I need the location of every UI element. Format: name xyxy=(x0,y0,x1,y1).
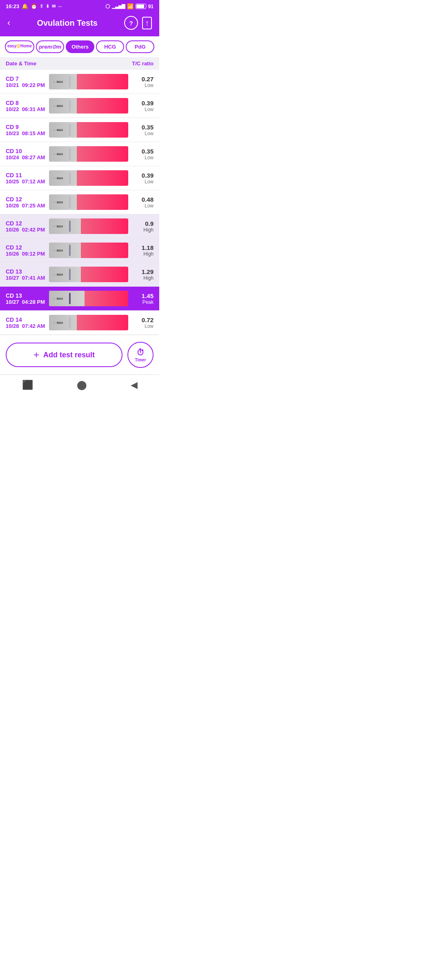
app-header: ‹ Ovulation Tests ? ↑ xyxy=(0,12,159,36)
ratio-col: 0.27 Low xyxy=(132,76,154,88)
tab-easy-home[interactable]: easy@Home xyxy=(5,40,34,53)
test-strip: ← MAX xyxy=(49,218,128,234)
ratio-value: 1.29 xyxy=(132,268,154,275)
test-row[interactable]: CD 9 10/23 08:15 AM ← MAX 0.35 Low xyxy=(0,118,159,142)
ratio-status: Low xyxy=(132,82,154,88)
cd-label: CD 11 xyxy=(6,172,45,178)
ratio-value: 1.45 xyxy=(132,292,154,299)
date-col: CD 9 10/23 08:15 AM xyxy=(6,124,45,136)
cd-label: CD 10 xyxy=(6,148,45,154)
date-col: CD 10 10/24 08:27 AM xyxy=(6,148,45,160)
date-col: CD 7 10/21 09:22 PM xyxy=(6,76,45,88)
ratio-status: High xyxy=(132,227,154,233)
ratio-value: 0.39 xyxy=(132,100,154,107)
test-row[interactable]: CD 10 10/24 08:27 AM ← MAX 0.35 Low xyxy=(0,142,159,166)
ratio-col: 0.35 Low xyxy=(132,124,154,136)
date-time: 10/23 08:15 AM xyxy=(6,130,45,136)
nav-back-icon[interactable]: ◀ xyxy=(131,380,138,390)
test-row[interactable]: CD 12 10/26 09:12 PM ← MAX 1.18 High xyxy=(0,238,159,263)
cd-label: CD 13 xyxy=(6,268,45,275)
ratio-value: 0.39 xyxy=(132,172,154,179)
ratio-status: High xyxy=(132,275,154,281)
status-left: 16:23 🔔 ⏰ ⇧ ⬇ ✉ ··· xyxy=(6,3,62,9)
status-right: ⬡ ▁▃▅▇ 📶 91 xyxy=(105,3,154,9)
nav-square-icon[interactable]: ⬛ xyxy=(22,380,33,390)
tab-bar: easy@Home prem⊙m Others HCG PdG xyxy=(0,36,159,57)
date-time: 10/26 07:25 AM xyxy=(6,203,45,209)
date-col: CD 13 10/27 04:28 PM xyxy=(6,292,45,305)
test-strip: ← MAX xyxy=(49,170,128,186)
test-results-list: CD 7 10/21 09:22 PM ← MAX 0.27 Low CD 8 … xyxy=(0,70,159,335)
test-row[interactable]: CD 12 10/26 02:42 PM ← MAX 0.9 High xyxy=(0,214,159,238)
date-time-header: Date & Time xyxy=(6,60,36,67)
ratio-value: 0.35 xyxy=(132,124,154,131)
date-col: CD 14 10/28 07:42 AM xyxy=(6,316,45,329)
share-button[interactable]: ↑ xyxy=(142,17,152,29)
cd-label: CD 12 xyxy=(6,196,45,203)
test-row[interactable]: CD 11 10/25 07:12 AM ← MAX 0.39 Low xyxy=(0,166,159,190)
tab-pdg[interactable]: PdG xyxy=(126,40,154,53)
test-row[interactable]: CD 12 10/26 07:25 AM ← MAX 0.48 Low xyxy=(0,190,159,214)
date-time: 10/21 09:22 PM xyxy=(6,82,45,88)
cd-label: CD 14 xyxy=(6,316,45,323)
date-col: CD 8 10/22 06:31 AM xyxy=(6,100,45,112)
test-row[interactable]: CD 13 10/27 07:41 AM ← MAX 1.29 High xyxy=(0,263,159,287)
ratio-status: Low xyxy=(132,323,154,329)
test-strip: ← MAX xyxy=(49,315,128,330)
tab-premom[interactable]: prem⊙m xyxy=(36,40,65,53)
ratio-status: Low xyxy=(132,131,154,136)
date-time: 10/27 04:28 PM xyxy=(6,299,45,305)
ratio-status: High xyxy=(132,251,154,257)
test-row[interactable]: CD 7 10/21 09:22 PM ← MAX 0.27 Low xyxy=(0,70,159,94)
test-row[interactable]: CD 8 10/22 06:31 AM ← MAX 0.39 Low xyxy=(0,94,159,118)
share-icon: ⇧ xyxy=(40,4,43,9)
ratio-col: 1.18 High xyxy=(132,244,154,257)
ratio-col: 0.9 High xyxy=(132,220,154,233)
alarm-icon: ⏰ xyxy=(31,3,37,9)
test-row[interactable]: CD 14 10/28 07:42 AM ← MAX 0.72 Low xyxy=(0,311,159,335)
ratio-col: 0.39 Low xyxy=(132,100,154,112)
ratio-header: T/C ratio xyxy=(132,60,154,67)
timer-button[interactable]: ⏱ Timer xyxy=(127,342,154,368)
date-col: CD 12 10/26 07:25 AM xyxy=(6,196,45,209)
cd-label: CD 13 xyxy=(6,292,45,299)
add-test-result-button[interactable]: + Add test result xyxy=(6,343,122,367)
test-strip: ← MAX xyxy=(49,146,128,162)
status-bar: 16:23 🔔 ⏰ ⇧ ⬇ ✉ ··· ⬡ ▁▃▅▇ 📶 91 xyxy=(0,0,159,12)
date-time: 10/27 07:41 AM xyxy=(6,275,45,281)
help-button[interactable]: ? xyxy=(124,16,138,30)
tab-others[interactable]: Others xyxy=(66,40,94,53)
cd-label: CD 7 xyxy=(6,76,45,82)
ratio-status: Low xyxy=(132,203,154,209)
ratio-col: 0.72 Low xyxy=(132,316,154,329)
page-title: Ovulation Tests xyxy=(10,18,124,28)
date-time: 10/25 07:12 AM xyxy=(6,178,45,185)
cd-label: CD 12 xyxy=(6,220,45,227)
test-strip: ← MAX xyxy=(49,98,128,114)
cd-label: CD 8 xyxy=(6,100,45,106)
ratio-value: 1.18 xyxy=(132,244,154,251)
download-icon: ⬇ xyxy=(46,4,49,9)
ratio-status: Low xyxy=(132,155,154,160)
ratio-col: 0.48 Low xyxy=(132,196,154,209)
add-icon: + xyxy=(33,349,39,361)
back-button[interactable]: ‹ xyxy=(7,18,10,28)
date-time: 10/22 06:31 AM xyxy=(6,106,45,112)
nav-home-icon[interactable]: ⬤ xyxy=(77,380,87,390)
ratio-status: Low xyxy=(132,179,154,185)
ratio-value: 0.35 xyxy=(132,148,154,155)
cd-label: CD 9 xyxy=(6,124,45,130)
battery-pct: 91 xyxy=(148,4,154,9)
navigation-bar: ⬛ ⬤ ◀ xyxy=(0,374,159,397)
date-col: CD 12 10/26 02:42 PM xyxy=(6,220,45,233)
ratio-col: 1.29 High xyxy=(132,268,154,281)
column-headers: Date & Time T/C ratio xyxy=(0,57,159,70)
bottom-bar: + Add test result ⏱ Timer xyxy=(0,335,159,374)
date-time: 10/26 02:42 PM xyxy=(6,227,45,233)
more-icon: ··· xyxy=(58,4,62,9)
date-time: 10/28 07:42 AM xyxy=(6,323,45,329)
test-row[interactable]: CD 13 10/27 04:28 PM ← MAX 1.45 Peak xyxy=(0,287,159,311)
tab-hcg[interactable]: HCG xyxy=(96,40,125,53)
cd-label: CD 12 xyxy=(6,244,45,251)
test-strip: ← MAX xyxy=(49,243,128,258)
